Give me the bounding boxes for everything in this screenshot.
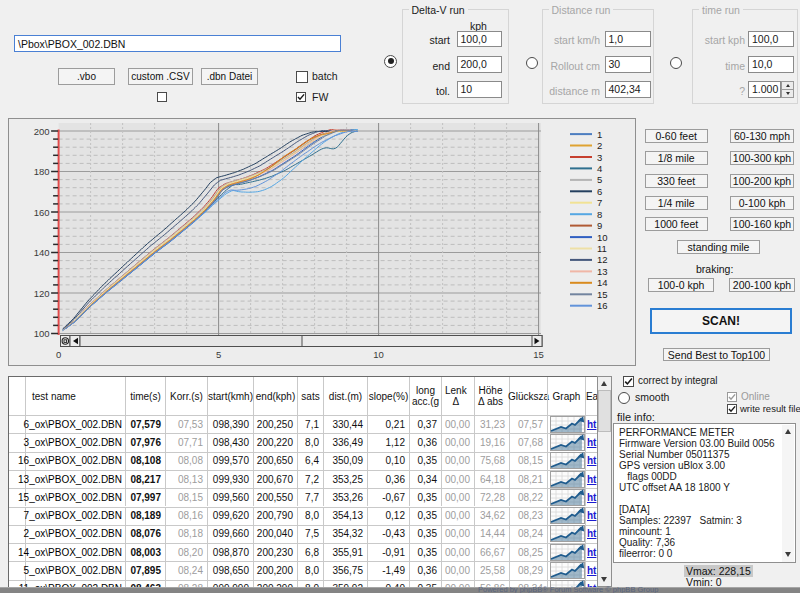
svg-text:100: 100 <box>34 328 50 339</box>
svg-text:180: 180 <box>34 166 50 177</box>
svg-text:0: 0 <box>56 349 61 360</box>
svg-text:7: 7 <box>597 197 602 208</box>
svg-text:14: 14 <box>597 277 608 288</box>
svg-text:160: 160 <box>34 207 50 218</box>
svg-text:5: 5 <box>216 349 221 360</box>
svg-text:15: 15 <box>597 289 608 300</box>
svg-text:9: 9 <box>597 220 602 231</box>
svg-text:4: 4 <box>597 163 602 174</box>
svg-text:5: 5 <box>597 174 602 185</box>
svg-text:12: 12 <box>597 254 608 265</box>
svg-text:16: 16 <box>597 300 608 311</box>
svg-text:3: 3 <box>597 152 602 163</box>
svg-text:2: 2 <box>597 140 602 151</box>
svg-text:15: 15 <box>533 349 544 360</box>
svg-text:120: 120 <box>34 288 50 299</box>
svg-text:8: 8 <box>597 209 602 220</box>
svg-text:140: 140 <box>34 247 50 258</box>
svg-text:6: 6 <box>597 186 602 197</box>
svg-text:11: 11 <box>597 243 607 254</box>
svg-text:1: 1 <box>597 129 602 140</box>
svg-text:13: 13 <box>597 266 608 277</box>
svg-text:200: 200 <box>34 126 50 137</box>
svg-text:10: 10 <box>373 349 384 360</box>
svg-text:10: 10 <box>597 232 608 243</box>
